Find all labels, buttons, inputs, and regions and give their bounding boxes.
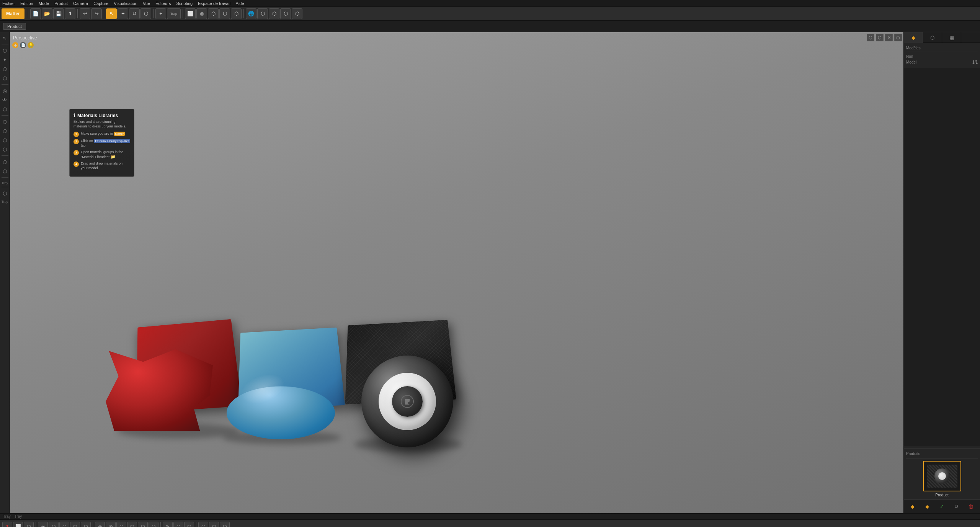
ball-logo (392, 386, 423, 417)
rp-btn-delete[interactable]: 🗑 (966, 502, 976, 512)
left-tool-9[interactable]: ⬡ (1, 117, 9, 126)
bot-btn-13[interactable]: ⬡ (138, 522, 148, 527)
tool-cam[interactable]: ⬡ (269, 8, 279, 19)
viewport[interactable]: Perspective ◆ 📄 💡 ⬡ ⬡ ✕ ⬡ ℹ Materials Li… (10, 32, 903, 513)
left-tool-11[interactable]: ⬡ (1, 136, 9, 144)
bot-btn-19[interactable]: ⬡ (209, 522, 219, 527)
bot-btn-15[interactable]: ✎ (163, 522, 173, 527)
menu-camera[interactable]: Caméra (73, 1, 88, 6)
vp-ctrl-1[interactable]: ⬡ (867, 34, 874, 41)
tool-render4[interactable]: ⬡ (219, 8, 230, 19)
bot-btn-10[interactable]: ◎ (106, 522, 116, 527)
bot-btn-6[interactable]: ⬡ (59, 522, 69, 527)
left-tool-1[interactable]: ↖ (1, 34, 9, 42)
bot-btn-16[interactable]: ⬡ (173, 522, 183, 527)
left-tool-12[interactable]: ⬡ (1, 145, 9, 153)
right-panel-models-section: Modèles Non Model 1/1 (904, 43, 980, 68)
menu-edition[interactable]: Edition (20, 1, 33, 6)
bot-btn-14[interactable]: ⬡ (149, 522, 158, 527)
bot-btn-3[interactable]: ⬡ (24, 522, 34, 527)
tool-add[interactable]: + (155, 8, 166, 19)
left-tool-6[interactable]: ◎ (1, 86, 9, 95)
tray-label-1[interactable]: Tray (3, 514, 11, 519)
tool-save[interactable]: 💾 (53, 8, 64, 19)
menu-produit[interactable]: Produit (54, 1, 68, 6)
tool-scale[interactable]: ⬡ (140, 8, 151, 19)
toolbar-separator-2 (77, 9, 78, 18)
tool-render3[interactable]: ⬡ (208, 8, 219, 19)
left-tool-3[interactable]: ✦ (1, 55, 9, 64)
tool-undo[interactable]: ↩ (80, 8, 90, 19)
menu-editeurs[interactable]: Editeurs (155, 1, 171, 6)
vp-ctrl-4[interactable]: ⬡ (894, 34, 902, 41)
persp-icon-2[interactable]: 📄 (20, 42, 26, 48)
bot-btn-12[interactable]: ⬡ (127, 522, 137, 527)
tool-export[interactable]: ⬆ (65, 8, 75, 19)
bot-btn-17[interactable]: ⬡ (184, 522, 194, 527)
left-tool-2[interactable]: ⬡ (1, 46, 9, 55)
rp-tab-models[interactable]: ⬡ (923, 32, 942, 43)
menu-aide[interactable]: Aide (236, 1, 244, 6)
menu-espace[interactable]: Espace de travail (198, 1, 230, 6)
rp-btn-edit[interactable]: ◆ (922, 502, 932, 512)
persp-icon-1[interactable]: ◆ (12, 42, 18, 48)
tool-render2[interactable]: ◎ (196, 8, 207, 19)
tool-settings2[interactable]: ⬡ (280, 8, 291, 19)
left-tool-14[interactable]: ⬡ (1, 167, 9, 175)
tool-light[interactable]: ⬡ (257, 8, 268, 19)
bot-btn-7[interactable]: ⬡ (70, 522, 80, 527)
tool-rotate[interactable]: ↺ (129, 8, 140, 19)
ext-lib-badge: External Library Explorer (94, 139, 130, 143)
tool-open[interactable]: 📂 (42, 8, 52, 19)
left-tool-8[interactable]: ⬡ (1, 105, 9, 113)
left-tool-15[interactable]: ⬡ (1, 189, 9, 197)
tool-new[interactable]: 📄 (30, 8, 41, 19)
product-thumbnail[interactable] (923, 461, 961, 491)
menu-vue[interactable]: Vue (143, 1, 150, 6)
tool-transform[interactable]: ✦ (118, 8, 128, 19)
models-row-non: Non (906, 54, 978, 59)
left-tool-5[interactable]: ⬡ (1, 74, 9, 82)
bot-btn-1[interactable]: ⬆ (2, 522, 12, 527)
persp-icon-3[interactable]: 💡 (28, 42, 34, 48)
bot-btn-8[interactable]: ⬡ (81, 522, 91, 527)
logo-button[interactable]: Matter (2, 8, 24, 19)
left-tool-7[interactable]: 👁 (1, 96, 9, 104)
menu-mode[interactable]: Mode (39, 1, 49, 6)
tool-render5[interactable]: ⬡ (231, 8, 242, 19)
vp-ctrl-2[interactable]: ⬡ (876, 34, 884, 41)
menu-visualisation[interactable]: Visualisation (114, 1, 137, 6)
left-tool-4[interactable]: ⬡ (1, 65, 9, 73)
tray-label-2[interactable]: Tray (15, 514, 22, 519)
left-sidebar: ↖ ⬡ ✦ ⬡ ⬡ ◎ 👁 ⬡ ⬡ ⬡ ⬡ ⬡ ⬡ ⬡ Tray ⬡ Tray (0, 32, 10, 513)
ball-outer (361, 356, 453, 447)
rp-tab-materials[interactable]: ◆ (904, 32, 923, 43)
bot-btn-5[interactable]: ⬡ (49, 522, 59, 527)
bot-btn-11[interactable]: ⬡ (116, 522, 126, 527)
tool-select[interactable]: ↖ (106, 8, 117, 19)
product-tab[interactable]: Product (3, 23, 26, 30)
left-tool-10[interactable]: ⬡ (1, 127, 9, 135)
bot-btn-20[interactable]: ⬡ (220, 522, 230, 527)
tool-render1[interactable]: ⬜ (185, 8, 196, 19)
menu-capture[interactable]: Capture (93, 1, 108, 6)
3d-objects-container (10, 32, 903, 513)
bot-btn-2[interactable]: ⬜ (13, 522, 23, 527)
step-1: 1 Make sure you are in Matter (74, 132, 130, 137)
bot-btn-9[interactable]: ◎ (95, 522, 105, 527)
rp-btn-confirm[interactable]: ✓ (937, 502, 947, 512)
tool-extra[interactable]: ⬡ (292, 8, 302, 19)
tool-redo[interactable]: ↪ (91, 8, 102, 19)
bot-btn-4[interactable]: ☀ (38, 522, 48, 527)
rp-btn-add[interactable]: ◆ (908, 502, 918, 512)
left-tool-13[interactable]: ⬡ (1, 158, 9, 166)
vp-ctrl-3[interactable]: ✕ (885, 34, 893, 41)
bot-btn-18[interactable]: ⬡ (198, 522, 208, 527)
model-value: 1/1 (972, 60, 978, 64)
menu-scripting[interactable]: Scripting (176, 1, 193, 6)
menu-fichier[interactable]: Fichier (2, 1, 15, 6)
tool-trap[interactable]: Trap (167, 8, 181, 19)
rp-btn-refresh[interactable]: ↺ (952, 502, 962, 512)
rp-tab-settings[interactable]: ▦ (942, 32, 961, 43)
tool-env[interactable]: 🌐 (246, 8, 256, 19)
